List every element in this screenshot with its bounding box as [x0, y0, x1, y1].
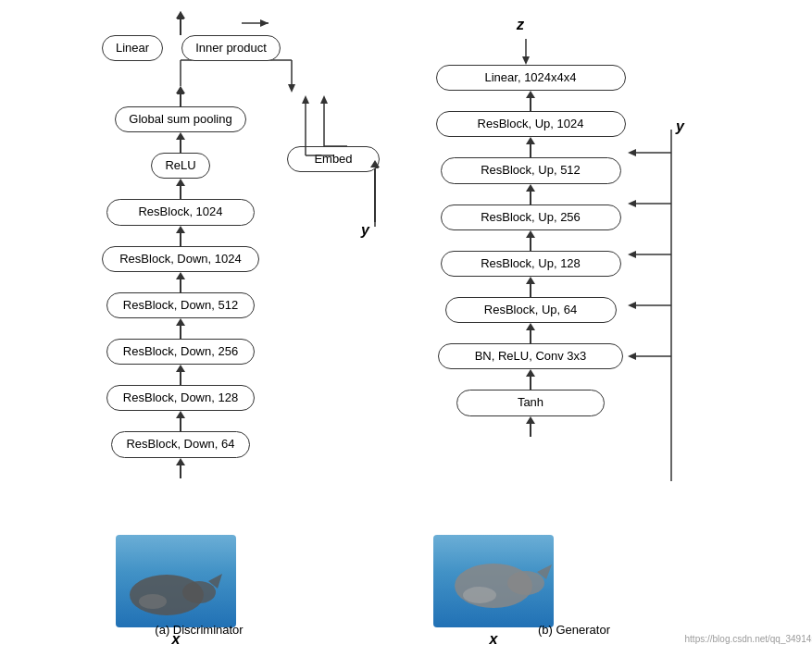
resblock-1024-box: ResBlock, 1024 — [106, 199, 255, 225]
arrow8 — [176, 411, 185, 431]
resblock-down-64-box: ResBlock, Down, 64 — [111, 431, 250, 457]
gen-tanh-box: Tanh — [456, 390, 605, 415]
output-arrow-top — [174, 11, 187, 35]
arrow1 — [176, 86, 185, 106]
gen-resblock-up-256-box: ResBlock, Up, 256 — [441, 205, 621, 230]
top-boxes-row: Linear Inner product — [102, 35, 281, 61]
y-to-embed-line — [374, 168, 376, 222]
generator-diagram: z y — [407, 9, 812, 648]
gen-resblock-up-512-box: ResBlock, Up, 512 — [441, 157, 621, 183]
resblock-down-1024-box: ResBlock, Down, 1024 — [102, 246, 259, 272]
gen-stack: Linear, 1024x4x4 ResBlock, Up, 1024 ResB… — [433, 65, 628, 437]
gen-resblock-up-1024-box: ResBlock, Up, 1024 — [436, 111, 626, 137]
global-sum-pooling-box: Global sum pooling — [115, 106, 245, 132]
svg-point-36 — [507, 571, 544, 595]
gen-resblock-up-128-box: ResBlock, Up, 128 — [441, 251, 621, 277]
gen-arrow7 — [526, 369, 535, 390]
svg-marker-34 — [628, 353, 636, 360]
resblock-down-512-box: ResBlock, Down, 512 — [106, 292, 255, 318]
svg-point-18 — [139, 594, 167, 609]
watermark: https://blog.csdn.net/qq_34914551 — [685, 634, 812, 644]
svg-marker-21 — [302, 95, 309, 104]
arrow3 — [176, 179, 185, 199]
gen-image — [433, 535, 554, 627]
gen-arrow6 — [526, 323, 535, 343]
svg-marker-28 — [628, 200, 636, 207]
svg-marker-5 — [288, 84, 295, 93]
arrow5 — [176, 272, 185, 292]
disc-main-stack: Global sum pooling ReLU ResBlock, 1024 R… — [97, 86, 264, 478]
svg-marker-32 — [628, 302, 636, 309]
svg-point-38 — [463, 587, 496, 603]
gen-label-y: y — [676, 118, 684, 135]
gen-arrow5 — [526, 277, 535, 297]
gen-arrow3 — [526, 184, 535, 205]
resblock-down-128-box: ResBlock, Down, 128 — [106, 385, 255, 411]
embed-container: Embed — [287, 146, 380, 172]
relu-box: ReLU — [151, 153, 209, 179]
arrow7 — [176, 365, 185, 385]
arrow2 — [176, 132, 185, 153]
inner-product-box: Inner product — [181, 35, 281, 61]
disc-caption: (a) Discriminator — [19, 623, 380, 637]
gen-arrow8 — [526, 416, 535, 437]
arrow9 — [176, 458, 185, 478]
svg-marker-14 — [320, 95, 328, 104]
y-to-embed-arrow — [370, 160, 380, 167]
arrow6 — [176, 318, 185, 339]
gen-bn-relu-conv-box: BN, ReLU, Conv 3x3 — [438, 343, 623, 369]
gen-label-z: z — [517, 17, 524, 33]
svg-point-16 — [182, 581, 216, 603]
disc-label-y: y — [361, 222, 369, 239]
svg-marker-30 — [628, 251, 636, 258]
gen-arrow2 — [526, 137, 535, 157]
arrow4 — [176, 226, 185, 246]
svg-marker-26 — [628, 149, 636, 156]
gen-arrow4 — [526, 230, 535, 251]
embed-box: Embed — [287, 146, 380, 172]
disc-image — [116, 535, 236, 627]
svg-marker-9 — [260, 19, 269, 27]
resblock-down-256-box: ResBlock, Down, 256 — [106, 339, 255, 365]
gen-resblock-up-64-box: ResBlock, Up, 64 — [445, 297, 617, 323]
gen-linear-box: Linear, 1024x4x4 — [436, 65, 626, 91]
gen-arrow1 — [526, 91, 535, 111]
discriminator-diagram: Linear Inner product Global sum pooling … — [19, 9, 407, 648]
svg-marker-23 — [522, 56, 530, 65]
linear-box: Linear — [102, 35, 163, 61]
